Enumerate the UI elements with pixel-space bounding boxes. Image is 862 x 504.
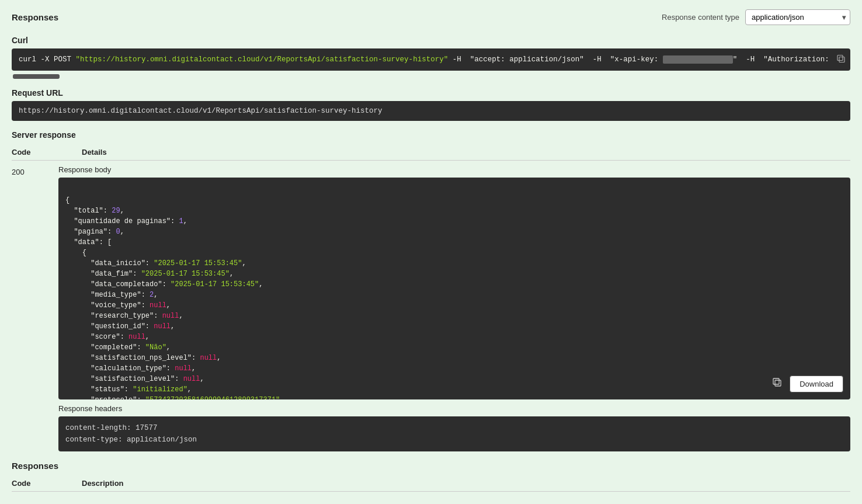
server-response-label: Server response: [12, 130, 850, 140]
responses-title: Responses: [12, 12, 58, 22]
response-body-label: Response body: [58, 165, 850, 174]
curl-scrollbar[interactable]: [13, 74, 60, 79]
request-url-value: https://history.omni.digitalcontact.clou…: [19, 107, 383, 115]
response-details: Response body { "total": 29, "quantidade…: [58, 165, 850, 451]
response-headers-box: content-length: 17577 content-type: appl…: [58, 416, 850, 451]
svg-rect-0: [839, 57, 844, 62]
response-content-type-wrapper[interactable]: application/json application/xml text/pl…: [745, 9, 850, 25]
response-headers-label: Response headers: [58, 404, 850, 413]
request-url-section: Request URL https://history.omni.digital…: [0, 88, 862, 130]
svg-rect-3: [773, 378, 779, 384]
content-type-header: content-type: application/json: [65, 434, 843, 446]
response-table-header: Code Details: [12, 144, 850, 161]
col-code-header: Code: [12, 148, 58, 157]
response-content-type-label: Response content type: [662, 13, 739, 22]
response-body-container: { "total": 29, "quantidade de paginas": …: [58, 178, 850, 399]
curl-box: curl -X POST "https://history.omni.digit…: [12, 48, 850, 71]
response-row-200: 200 Response body { "total": 29, "quanti…: [12, 161, 850, 451]
bottom-responses-title: Responses: [12, 461, 850, 471]
bottom-responses-section: Responses Code Description: [0, 451, 862, 492]
content-length-header: content-length: 17577: [65, 422, 843, 434]
response-body-copy-button[interactable]: [770, 375, 785, 392]
request-url-box: https://history.omni.digitalcontact.clou…: [12, 101, 850, 121]
response-headers-section: Response headers content-length: 17577 c…: [58, 404, 850, 451]
bottom-table-header: Code Description: [12, 475, 850, 492]
download-button[interactable]: Download: [790, 376, 843, 392]
response-content-type-row: Response content type application/json a…: [662, 9, 850, 25]
curl-label: Curl: [12, 36, 850, 45]
request-url-label: Request URL: [12, 88, 850, 98]
curl-section: Curl curl -X POST "https://history.omni.…: [0, 30, 862, 88]
col-details-header: Details: [82, 148, 107, 157]
responses-header: Responses Response content type applicat…: [0, 0, 862, 30]
response-code-200: 200: [12, 165, 58, 176]
response-content-type-select[interactable]: application/json application/xml text/pl…: [745, 9, 850, 25]
response-body-box[interactable]: { "total": 29, "quantidade de paginas": …: [58, 178, 850, 399]
bottom-col-code: Code: [12, 479, 58, 488]
server-response-section: Server response Code Details 200 Respons…: [0, 130, 862, 451]
curl-command-text: curl -X POST "https://history.omni.digit…: [19, 55, 829, 64]
response-body-actions: Download: [770, 375, 843, 392]
page-wrapper: Responses Response content type applicat…: [0, 0, 862, 504]
svg-rect-2: [775, 380, 781, 386]
bottom-col-description: Description: [82, 479, 124, 488]
curl-copy-button[interactable]: [836, 54, 846, 65]
svg-rect-1: [837, 55, 843, 61]
